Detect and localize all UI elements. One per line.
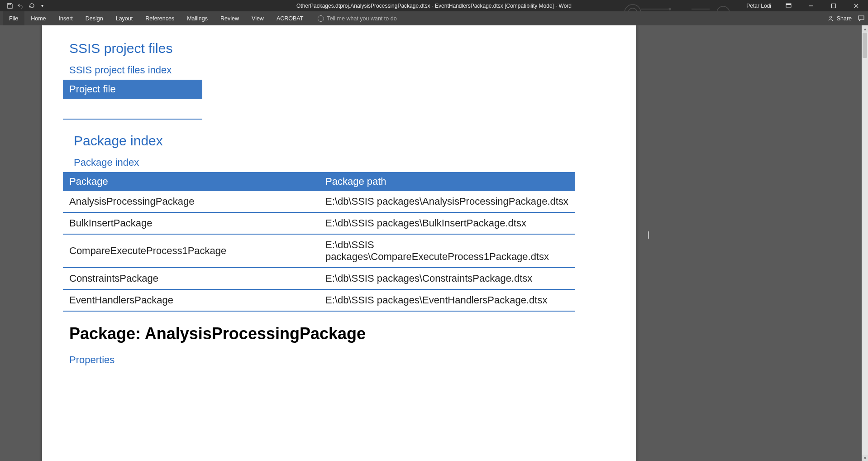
- text-cursor: [648, 231, 649, 239]
- tab-view[interactable]: View: [245, 11, 270, 25]
- table-row: BulkInsertPackage E:\db\SSIS packages\Bu…: [63, 212, 575, 234]
- cell-package-path: E:\db\SSIS packages\CompareExecuteProces…: [319, 234, 575, 268]
- cell-package-name: BulkInsertPackage: [63, 212, 319, 234]
- project-file-header-cell: Project file: [63, 80, 202, 99]
- tell-me-placeholder: Tell me what you want to do: [327, 15, 396, 22]
- table-row: CompareExecuteProcess1Package E:\db\SSIS…: [63, 234, 575, 268]
- cell-package-path: E:\db\SSIS packages\AnalysisProcessingPa…: [319, 191, 575, 212]
- close-icon[interactable]: [848, 0, 864, 11]
- vertical-scrollbar[interactable]: ▴ ▾: [862, 25, 868, 461]
- tab-layout[interactable]: Layout: [110, 11, 139, 25]
- table-header-row: Package Package path: [63, 172, 575, 191]
- tab-mailings[interactable]: Mailings: [181, 11, 214, 25]
- tell-me-search[interactable]: Tell me what you want to do: [318, 15, 396, 22]
- heading-package-index: Package index: [74, 133, 630, 149]
- redo-icon[interactable]: [28, 3, 34, 9]
- table-row: AnalysisProcessingPackage E:\db\SSIS pac…: [63, 191, 575, 212]
- cell-package-name: CompareExecuteProcess1Package: [63, 234, 319, 268]
- heading-package-index-sub: Package index: [74, 157, 630, 168]
- heading-ssis-project-files-index: SSIS project files index: [69, 64, 625, 76]
- share-icon: [828, 15, 834, 22]
- project-file-table: Project file: [63, 80, 202, 99]
- scroll-up-icon[interactable]: ▴: [862, 25, 868, 32]
- account-user[interactable]: Petar Lodi: [746, 3, 774, 9]
- quick-access-toolbar: ▾: [0, 3, 45, 9]
- cell-package-path: E:\db\SSIS packages\ConstraintsPackage.d…: [319, 268, 575, 289]
- window-title: OtherPackages.dtproj.AnalysisProcessingP…: [0, 3, 868, 9]
- svg-point-6: [669, 8, 671, 10]
- tab-review[interactable]: Review: [214, 11, 245, 25]
- lightbulb-icon: [318, 15, 324, 22]
- heading-package-detail: Package: AnalysisProcessingPackage: [48, 324, 630, 343]
- ribbon: File Home Insert Design Layout Reference…: [0, 11, 868, 25]
- minimize-icon[interactable]: [803, 0, 819, 11]
- heading-ssis-project-files: SSIS project files: [69, 41, 625, 56]
- th-package: Package: [63, 172, 319, 191]
- th-package-path: Package path: [319, 172, 575, 191]
- cell-package-path: E:\db\SSIS packages\BulkInsertPackage.dt…: [319, 212, 575, 234]
- tab-home[interactable]: Home: [24, 11, 52, 25]
- titlebar: ▾ OtherPackages.dtproj.AnalysisProcessin…: [0, 0, 868, 11]
- table-row: EventHandlersPackage E:\db\SSIS packages…: [63, 289, 575, 311]
- maximize-icon[interactable]: [825, 0, 842, 11]
- tab-acrobat[interactable]: ACROBAT: [270, 11, 310, 25]
- cell-package-name: AnalysisProcessingPackage: [63, 191, 319, 212]
- share-button[interactable]: Share: [828, 15, 852, 22]
- cell-package-path: E:\db\SSIS packages\EventHandlersPackage…: [319, 289, 575, 311]
- table-row: ConstraintsPackage E:\db\SSIS packages\C…: [63, 268, 575, 289]
- document-page[interactable]: SSIS project files SSIS project files in…: [42, 25, 636, 461]
- svg-rect-2: [786, 4, 791, 5]
- scrollbar-thumb[interactable]: [863, 33, 867, 58]
- tab-design[interactable]: Design: [79, 11, 110, 25]
- undo-icon[interactable]: [17, 3, 24, 9]
- cell-package-name: ConstraintsPackage: [63, 268, 319, 289]
- svg-rect-3: [832, 4, 836, 8]
- document-viewport[interactable]: SSIS project files SSIS project files in…: [0, 25, 862, 461]
- scrollbar-track[interactable]: [862, 32, 868, 455]
- heading-properties: Properties: [48, 354, 630, 366]
- package-index-table: Package Package path AnalysisProcessingP…: [63, 172, 575, 312]
- tab-references[interactable]: References: [139, 11, 181, 25]
- section-divider: [63, 119, 202, 120]
- scroll-down-icon[interactable]: ▾: [862, 455, 868, 461]
- tab-file[interactable]: File: [3, 11, 24, 25]
- cell-package-name: EventHandlersPackage: [63, 289, 319, 311]
- tab-insert[interactable]: Insert: [52, 11, 79, 25]
- save-icon[interactable]: [6, 3, 13, 9]
- qat-customize-icon[interactable]: ▾: [39, 3, 45, 9]
- svg-rect-0: [8, 3, 10, 5]
- comments-icon[interactable]: [858, 15, 864, 22]
- svg-point-9: [830, 16, 831, 18]
- share-label: Share: [837, 15, 852, 22]
- ribbon-display-options-icon[interactable]: [780, 0, 796, 11]
